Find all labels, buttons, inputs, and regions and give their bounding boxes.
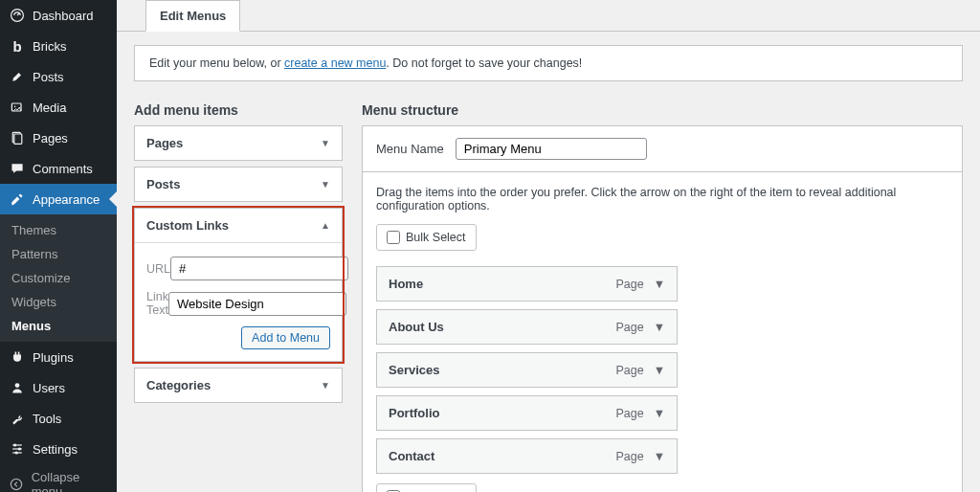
sidebar-sub-themes[interactable]: Themes bbox=[0, 218, 117, 242]
chevron-down-icon[interactable]: ▼ bbox=[654, 278, 665, 291]
sidebar-item-appearance[interactable]: Appearance bbox=[0, 184, 117, 214]
sidebar-label: Appearance bbox=[33, 192, 100, 207]
menu-name-label: Menu Name bbox=[376, 142, 444, 156]
menu-item[interactable]: Services Page ▼ bbox=[376, 352, 678, 388]
accordion-custom-links-head[interactable]: Custom Links ▲ bbox=[135, 209, 342, 243]
sidebar-item-posts[interactable]: Posts bbox=[0, 61, 117, 92]
sidebar-label: Comments bbox=[33, 162, 93, 176]
accordion-categories-head[interactable]: Categories ▼ bbox=[135, 369, 342, 402]
svg-point-10 bbox=[18, 447, 21, 450]
menu-item-type: Page ▼ bbox=[615, 364, 665, 377]
menu-settings-panel: Menu Name Drag the items into the order … bbox=[362, 125, 963, 492]
tab-wrapper: Edit Menus bbox=[117, 0, 980, 32]
sidebar-item-comments[interactable]: Comments bbox=[0, 153, 117, 184]
url-input[interactable] bbox=[170, 257, 348, 280]
menu-item-label: Services bbox=[389, 363, 440, 377]
accordion-label: Categories bbox=[146, 378, 211, 392]
collapse-menu[interactable]: Collapse menu bbox=[0, 464, 117, 492]
menu-items-list: Home Page ▼ About Us Page ▼ Services Pag… bbox=[376, 266, 678, 474]
add-to-menu-button[interactable]: Add to Menu bbox=[241, 326, 330, 349]
create-new-menu-link[interactable]: create a new menu bbox=[284, 56, 386, 70]
sidebar-item-tools[interactable]: Tools bbox=[0, 403, 117, 434]
sidebar-sub-widgets[interactable]: Widgets bbox=[0, 290, 117, 314]
svg-point-13 bbox=[11, 479, 22, 489]
sidebar-item-users[interactable]: Users bbox=[0, 372, 117, 403]
appearance-icon bbox=[8, 190, 27, 209]
drag-hint-text: Drag the items into the order you prefer… bbox=[376, 186, 948, 212]
chevron-down-icon[interactable]: ▼ bbox=[654, 321, 665, 334]
menu-item-type: Page ▼ bbox=[615, 278, 665, 291]
menu-item[interactable]: About Us Page ▼ bbox=[376, 309, 678, 345]
sidebar-item-plugins[interactable]: Plugins bbox=[0, 342, 117, 372]
menu-structure-column: Menu structure Menu Name Drag the items … bbox=[362, 102, 963, 492]
menu-item-label: Home bbox=[389, 277, 423, 291]
sidebar-item-dashboard[interactable]: Dashboard bbox=[0, 0, 117, 31]
link-text-label: Link Text bbox=[146, 290, 168, 317]
sidebar-sub-patterns[interactable]: Patterns bbox=[0, 242, 117, 266]
sidebar-label: Settings bbox=[33, 442, 78, 457]
sidebar-sub-menus[interactable]: Menus bbox=[0, 314, 117, 338]
collapse-label: Collapse menu bbox=[32, 470, 109, 492]
bulk-select-top[interactable]: Bulk Select bbox=[376, 224, 477, 251]
sidebar-item-pages[interactable]: Pages bbox=[0, 123, 117, 153]
chevron-down-icon: ▼ bbox=[321, 138, 330, 148]
main-content: Edit Menus Edit your menu below, or crea… bbox=[117, 0, 980, 492]
notice-text-prefix: Edit your menu below, or bbox=[149, 56, 284, 70]
menu-item-type: Page ▼ bbox=[615, 321, 665, 334]
tools-icon bbox=[8, 409, 27, 428]
sidebar-label: Plugins bbox=[33, 350, 74, 365]
bulk-select-checkbox[interactable] bbox=[387, 231, 400, 244]
menu-item-type: Page ▼ bbox=[615, 407, 665, 420]
chevron-up-icon: ▲ bbox=[321, 220, 330, 231]
sidebar-label: Pages bbox=[33, 131, 68, 145]
users-icon bbox=[8, 378, 27, 397]
menu-name-input[interactable] bbox=[456, 138, 647, 160]
accordion-posts-head[interactable]: Posts ▼ bbox=[135, 168, 342, 201]
accordion-categories: Categories ▼ bbox=[134, 368, 343, 403]
chevron-down-icon[interactable]: ▼ bbox=[654, 364, 665, 377]
pages-icon bbox=[8, 128, 27, 147]
add-menu-items-column: Add menu items Pages ▼ Posts ▼ Custom bbox=[134, 102, 343, 492]
menu-item-label: About Us bbox=[389, 320, 444, 334]
menu-item-label: Portfolio bbox=[389, 406, 439, 420]
accordion-custom-links: Custom Links ▲ URL Link Text bbox=[134, 208, 343, 362]
sidebar-item-media[interactable]: Media bbox=[0, 92, 117, 123]
svg-line-1 bbox=[17, 13, 19, 15]
sidebar-label: Media bbox=[33, 101, 66, 115]
accordion-pages: Pages ▼ bbox=[134, 125, 343, 161]
link-text-input[interactable] bbox=[168, 292, 346, 316]
collapse-icon bbox=[8, 475, 26, 492]
chevron-down-icon: ▼ bbox=[321, 179, 330, 190]
accordion-pages-head[interactable]: Pages ▼ bbox=[135, 126, 342, 160]
chevron-down-icon[interactable]: ▼ bbox=[654, 407, 665, 420]
sidebar-label: Dashboard bbox=[33, 9, 94, 23]
sidebar-item-settings[interactable]: Settings bbox=[0, 434, 117, 464]
svg-point-12 bbox=[15, 451, 18, 454]
accordion-posts: Posts ▼ bbox=[134, 167, 343, 202]
sidebar-label: Tools bbox=[33, 412, 61, 426]
tab-edit-menus[interactable]: Edit Menus bbox=[145, 0, 240, 32]
settings-icon bbox=[8, 439, 27, 458]
sidebar-sub-appearance: Themes Patterns Customize Widgets Menus bbox=[0, 214, 117, 342]
chevron-down-icon: ▼ bbox=[321, 380, 330, 391]
sidebar-label: Users bbox=[33, 381, 65, 395]
url-label: URL bbox=[146, 262, 170, 276]
sidebar-label: Posts bbox=[33, 70, 64, 84]
menu-item-label: Contact bbox=[389, 449, 434, 463]
admin-notice: Edit your menu below, or create a new me… bbox=[134, 45, 963, 81]
chevron-down-icon[interactable]: ▼ bbox=[654, 450, 665, 463]
menu-item[interactable]: Portfolio Page ▼ bbox=[376, 395, 678, 431]
media-icon bbox=[8, 98, 27, 117]
comment-icon bbox=[8, 159, 27, 178]
sidebar-sub-customize[interactable]: Customize bbox=[0, 266, 117, 290]
menu-item[interactable]: Home Page ▼ bbox=[376, 266, 678, 302]
bulk-select-bottom[interactable]: Bulk Select bbox=[376, 483, 477, 492]
accordion-label: Posts bbox=[146, 177, 180, 191]
plugin-icon bbox=[8, 347, 27, 367]
admin-sidebar: Dashboard b Bricks Posts Media Pages Com… bbox=[0, 0, 117, 492]
menu-item-type: Page ▼ bbox=[615, 450, 665, 463]
bulk-select-label: Bulk Select bbox=[406, 231, 466, 244]
sidebar-item-bricks[interactable]: b Bricks bbox=[0, 31, 117, 61]
accordion-label: Custom Links bbox=[146, 218, 229, 233]
menu-item[interactable]: Contact Page ▼ bbox=[376, 438, 678, 474]
